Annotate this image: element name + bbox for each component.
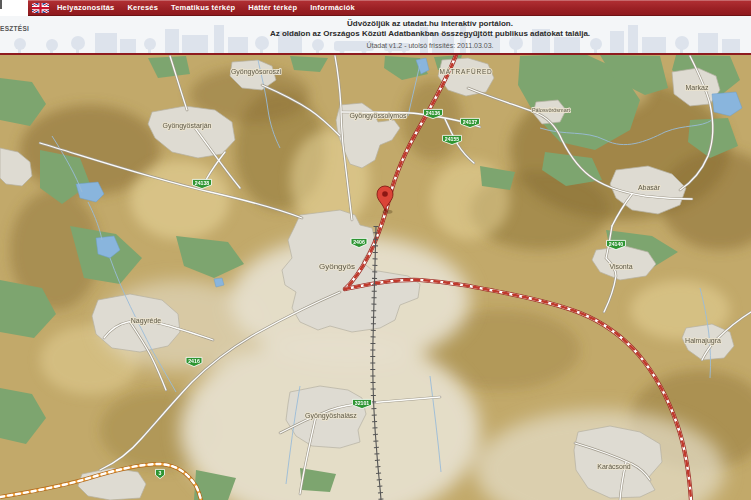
town-label: Halmajugra: [685, 337, 721, 345]
svg-text:24137: 24137: [463, 119, 478, 125]
svg-text:24138: 24138: [195, 180, 210, 186]
svg-text:24140: 24140: [609, 241, 624, 247]
town-label: Gyöngyössolymos: [349, 112, 407, 120]
svg-text:2406: 2406: [353, 239, 365, 245]
svg-text:32101: 32101: [355, 400, 370, 406]
town-label: Pálosvörösmart: [532, 107, 571, 113]
nav-item-helyazonositas[interactable]: Helyazonosítás: [57, 0, 114, 16]
town-label: Gyöngyös: [319, 262, 355, 271]
nav-item-tematikus-terkep[interactable]: Tematikus térkép: [171, 0, 235, 16]
welcome-line1: Üdvözöljük az utadat.hu interaktív portá…: [160, 19, 700, 29]
town-label: MÁTRAFÜRED: [439, 67, 492, 75]
map-canvas[interactable]: 241362413724155241382406241403210124163 …: [0, 55, 751, 500]
town-label: Visonta: [609, 263, 632, 270]
nav-item-hatter-terkep[interactable]: Háttér térkép: [248, 0, 297, 16]
welcome-line2: Az oldalon az Országos Közúti Adatbankba…: [160, 29, 700, 39]
map-viewport: 241362413724155241382406241403210124163 …: [0, 55, 751, 500]
version-line: Útadat v1.2 - utolsó frissítés: 2011.03.…: [160, 42, 700, 49]
welcome-banner: Üdvözöljük az utadat.hu interaktív portá…: [0, 16, 751, 55]
nav-item-kereses[interactable]: Keresés: [127, 0, 158, 16]
svg-text:3: 3: [159, 470, 162, 476]
town-label: Markaz: [686, 84, 709, 91]
town-label: Karácsond: [597, 463, 631, 470]
svg-text:2416: 2416: [188, 358, 200, 364]
top-navbar: Helyazonosítás Keresés Tematikus térkép …: [28, 0, 751, 16]
uk-flag-icon[interactable]: [32, 3, 49, 13]
welcome-text-block: Üdvözöljük az utadat.hu interaktív portá…: [160, 19, 700, 49]
nav-item-informaciok[interactable]: Információk: [310, 0, 355, 16]
page-edge-text: ESZTÉSI: [0, 25, 29, 32]
svg-text:24155: 24155: [445, 136, 460, 142]
town-label: Gyöngyösoroszi: [231, 68, 282, 76]
town-label: Gyöngyöshalász: [305, 412, 357, 420]
town-label: Nagyréde: [131, 317, 161, 325]
town-label: Abasár: [638, 184, 661, 191]
svg-text:24136: 24136: [426, 110, 441, 116]
window-edge-artifact: [0, 0, 2, 9]
town-label: Gyöngyöstarján: [162, 122, 211, 130]
